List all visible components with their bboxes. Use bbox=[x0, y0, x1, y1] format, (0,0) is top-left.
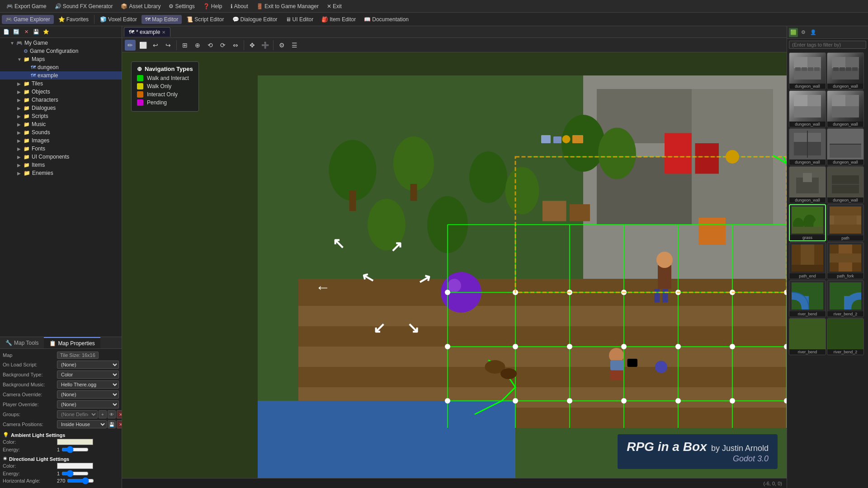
redo-btn[interactable]: ↪ bbox=[163, 40, 174, 51]
tile-dungeon-wall-5[interactable]: dungeon_wall bbox=[789, 128, 826, 165]
tile-dungeon-wall-8[interactable]: dungeon_wall bbox=[827, 166, 864, 203]
tree-item-ui-components[interactable]: ▶ 📁 UI Components bbox=[0, 153, 122, 161]
layers-btn[interactable]: ☰ bbox=[289, 40, 300, 51]
tile-dungeon-wall-3[interactable]: dungeon_wall bbox=[789, 90, 826, 127]
right-settings-btn[interactable]: ⚙ bbox=[799, 28, 808, 37]
show-tiles-btn[interactable]: 🟩 bbox=[789, 28, 798, 37]
tree-root[interactable]: ▼ 🎮 My Game bbox=[0, 39, 122, 47]
tree-item-enemies[interactable]: ▶ 📁 Enemies bbox=[0, 169, 122, 177]
on-load-script-select[interactable]: (None) bbox=[57, 361, 119, 369]
tile-extra-2[interactable]: river_bend_2 bbox=[827, 318, 864, 355]
tree-item-items[interactable]: ▶ 📁 Items bbox=[0, 161, 122, 169]
dir-energy-value: 1 bbox=[57, 471, 60, 476]
add-obj-btn[interactable]: ➕ bbox=[259, 40, 270, 51]
tree-item-tiles[interactable]: ▶ 📁 Tiles bbox=[0, 80, 122, 88]
tile-dungeon-wall-4[interactable]: dungeon_wall bbox=[827, 90, 864, 127]
undo-btn[interactable]: ↩ bbox=[150, 40, 161, 51]
map-editor-btn[interactable]: 🗺 Map Editor bbox=[142, 15, 182, 24]
tile-river-bend-2[interactable]: river_bend_2 bbox=[827, 280, 864, 317]
tab-map-tools[interactable]: 🔧 Map Tools bbox=[0, 337, 44, 348]
script-editor-btn[interactable]: 📜 Script Editor bbox=[183, 15, 227, 24]
tree-item-example[interactable]: 🗺 example bbox=[0, 71, 122, 80]
ambient-energy-slider[interactable] bbox=[61, 447, 89, 452]
help-menu[interactable]: ❓ Help bbox=[199, 2, 226, 10]
tile-river-bend[interactable]: river_bend bbox=[789, 280, 826, 317]
tile-dungeon-wall-1[interactable]: dungeon_wall bbox=[789, 52, 826, 89]
example-tab[interactable]: 🗺 * example ✕ bbox=[124, 27, 170, 37]
refresh-btn[interactable]: 🔄 bbox=[12, 28, 21, 37]
camera-pos-del-btn[interactable]: ✕ bbox=[117, 420, 122, 428]
grid-btn[interactable]: ⊞ bbox=[179, 40, 190, 51]
tile-path-end[interactable]: path_end bbox=[789, 242, 826, 279]
star-btn[interactable]: ⭐ bbox=[42, 28, 51, 37]
dialogue-editor-btn[interactable]: 💬 Dialogue Editor bbox=[229, 15, 281, 24]
new-file-btn[interactable]: 📄 bbox=[2, 28, 11, 37]
tree-item-fonts[interactable]: ▶ 📁 Fonts bbox=[0, 145, 122, 153]
tree-item-dialogues[interactable]: ▶ 📁 Dialogues bbox=[0, 104, 122, 112]
delete-btn[interactable]: ✕ bbox=[22, 28, 31, 37]
dir-horiz-angle-slider[interactable] bbox=[67, 479, 94, 483]
tile-extra-1[interactable]: river_bend bbox=[789, 318, 826, 355]
dir-color-swatch[interactable] bbox=[57, 463, 93, 469]
tree-item-maps[interactable]: ▼ 📁 Maps bbox=[0, 55, 122, 63]
tile-dungeon-wall-7[interactable]: dungeon_wall bbox=[789, 166, 826, 203]
dungeon-icon: 🗺 bbox=[31, 65, 36, 70]
tree-item-objects[interactable]: ▶ 📁 Objects bbox=[0, 88, 122, 96]
groups-eye-btn[interactable]: 👁 bbox=[108, 410, 116, 418]
map-canvas[interactable]: ↖ ↗ ← ↖ ↗ ↙ ↘ bbox=[122, 52, 787, 478]
sound-fx-menu[interactable]: 🔊 Sound FX Generator bbox=[51, 2, 117, 10]
tree-item-music[interactable]: ▶ 📁 Music bbox=[0, 120, 122, 128]
exit-manager-menu[interactable]: 🚪 Exit to Game Manager bbox=[253, 2, 322, 10]
bg-music-select[interactable]: Hello There.ogg bbox=[57, 380, 119, 389]
pencil-btn[interactable]: ✏ bbox=[125, 40, 136, 51]
walk-only-dot bbox=[137, 83, 143, 89]
tile-dungeon-wall-6[interactable]: dungeon_wall bbox=[827, 128, 864, 165]
camera-pos-save-btn[interactable]: 💾 bbox=[108, 420, 116, 428]
tile-grass[interactable]: grass bbox=[789, 204, 826, 241]
settings-btn[interactable]: ⚙ bbox=[276, 40, 287, 51]
asset-library-menu[interactable]: 📦 Asset Library bbox=[117, 2, 164, 10]
camera-override-select[interactable]: (None) bbox=[57, 390, 119, 399]
groups-del-btn[interactable]: ✕ bbox=[117, 410, 122, 418]
tree-item-images[interactable]: ▶ 📁 Images bbox=[0, 136, 122, 145]
svg-rect-12 bbox=[846, 67, 851, 71]
tree-item-dungeon[interactable]: 🗺 dungeon bbox=[0, 63, 122, 71]
settings-menu[interactable]: ⚙ Settings bbox=[165, 2, 198, 10]
player-override-select[interactable]: (None) bbox=[57, 400, 119, 408]
tab-map-properties[interactable]: 📋 Map Properties bbox=[44, 337, 100, 348]
item-editor-btn[interactable]: 🎒 Item Editor bbox=[318, 15, 359, 24]
tree-item-game-config[interactable]: ⚙ Game Configuration bbox=[0, 47, 122, 55]
bg-type-select[interactable]: Color bbox=[57, 371, 119, 379]
export-game-menu[interactable]: 🎮 Export Game bbox=[3, 2, 50, 10]
groups-add-btn[interactable]: + bbox=[99, 410, 107, 418]
camera-positions-select[interactable]: Inside House bbox=[57, 420, 107, 428]
ui-editor-btn[interactable]: 🖥 UI Editor bbox=[282, 15, 317, 24]
tag-filter-input[interactable] bbox=[789, 41, 866, 49]
move-btn[interactable]: ✥ bbox=[247, 40, 258, 51]
favorites-tab[interactable]: ⭐ Favorites bbox=[55, 15, 92, 24]
ambient-color-swatch[interactable] bbox=[57, 439, 93, 445]
water-area bbox=[258, 401, 515, 478]
rotate-right-btn[interactable]: ⟳ bbox=[217, 40, 228, 51]
groups-controls: (None Defined) + 👁 ✕ bbox=[57, 410, 122, 418]
exit-menu[interactable]: ✕ Exit bbox=[323, 2, 345, 10]
select-btn[interactable]: ⬜ bbox=[137, 40, 148, 51]
tile-path-fork[interactable]: path_fork bbox=[827, 242, 864, 279]
dir-energy-slider[interactable] bbox=[61, 471, 89, 476]
voxel-editor-btn[interactable]: 🧊 Voxel Editor bbox=[96, 15, 141, 24]
right-user-btn[interactable]: 👤 bbox=[809, 28, 818, 37]
rotate-left-btn[interactable]: ⟲ bbox=[205, 40, 216, 51]
snap-btn[interactable]: ⊕ bbox=[192, 40, 203, 51]
flip-btn[interactable]: ⇔ bbox=[230, 40, 241, 51]
game-explorer-tab[interactable]: 🎮 Game Explorer bbox=[2, 15, 54, 24]
tile-dungeon-wall-2[interactable]: dungeon_wall bbox=[827, 52, 864, 89]
tree-item-scripts[interactable]: ▶ 📁 Scripts bbox=[0, 112, 122, 120]
documentation-btn[interactable]: 📖 Documentation bbox=[360, 15, 412, 24]
save-btn[interactable]: 💾 bbox=[32, 28, 41, 37]
tree-item-sounds[interactable]: ▶ 📁 Sounds bbox=[0, 128, 122, 136]
tree-item-characters[interactable]: ▶ 📁 Characters bbox=[0, 96, 122, 104]
tab-close-btn[interactable]: ✕ bbox=[162, 30, 165, 35]
about-menu[interactable]: ℹ About bbox=[227, 2, 252, 10]
groups-select[interactable]: (None Defined) bbox=[57, 410, 98, 418]
tile-path[interactable]: path bbox=[827, 204, 864, 241]
